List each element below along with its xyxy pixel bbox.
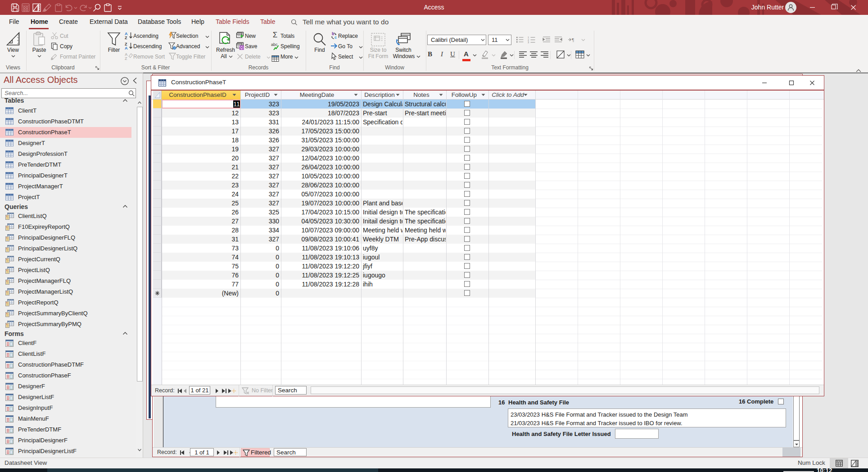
svg-text:¶: ¶ [572,37,574,42]
svg-text:Z: Z [125,56,127,60]
svg-text:Z: Z [125,36,127,40]
svg-text:3: 3 [528,41,529,43]
svg-text:c: c [335,35,337,40]
svg-text:A: A [125,46,128,50]
svg-text:abc: abc [271,42,278,47]
